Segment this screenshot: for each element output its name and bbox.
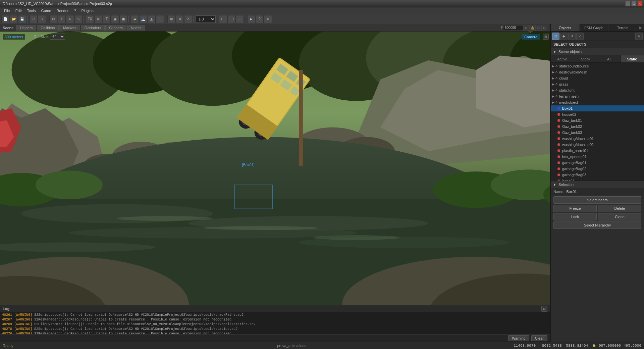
tb-rotate[interactable]: ↻: [66, 15, 74, 23]
scene-objects-collapse-arrow[interactable]: ▼: [553, 50, 556, 54]
tb-s[interactable]: ◉: [111, 15, 119, 23]
zoom-dropdown[interactable]: 1.0 0.5 2.0: [196, 15, 216, 23]
delete-button[interactable]: Delete: [598, 205, 641, 212]
tree-cat-staticsound[interactable]: ▶ ⚠ staticsoundsource: [551, 63, 644, 69]
ot-tab-active[interactable]: Active: [551, 55, 574, 62]
viewport[interactable]: 500 meters GridSize: 64 32 128 [Box01] C…: [0, 32, 550, 305]
tree-item-gaztank01[interactable]: Gaz_tank01: [551, 117, 644, 123]
tb-cam[interactable]: 🎥: [236, 15, 244, 23]
close-button[interactable]: ✕: [637, 1, 643, 6]
main-layout: Scene Helpers Colliders Markers Occluder…: [0, 24, 644, 342]
tree-item-gaztank02[interactable]: Gaz_tank02: [551, 123, 644, 130]
maximize-button[interactable]: □: [631, 1, 637, 6]
tb-new[interactable]: 📄: [1, 15, 9, 23]
ot-tab-static[interactable]: Static: [621, 55, 644, 62]
menu-render[interactable]: Render: [54, 8, 71, 13]
vp-icon3[interactable]: ⬡: [535, 25, 541, 31]
vp-icon2[interactable]: 🔒: [529, 25, 535, 31]
select-hierarchy-button[interactable]: Select Hierarchy: [553, 221, 641, 229]
tb-fx[interactable]: FX: [86, 15, 94, 23]
log-content[interactable]: 40261 [WARNING] S2Script::Load(): Cannot…: [0, 312, 550, 334]
menu-plugins[interactable]: Plugins: [79, 8, 96, 13]
tb-move[interactable]: ✛: [58, 15, 66, 23]
tree-item-house02[interactable]: house02: [551, 111, 644, 117]
minimize-button[interactable]: ─: [625, 1, 631, 6]
tree-item-washing01[interactable]: washingMachine01: [551, 136, 644, 142]
tb-scale[interactable]: ⤡: [74, 15, 83, 23]
tree-cat-grass[interactable]: ▶ ⚠ grass: [551, 81, 644, 87]
tab-markers[interactable]: Markers: [59, 25, 80, 31]
tree-item-box01[interactable]: Box01: [551, 105, 644, 111]
ot-tab-ai[interactable]: AI: [597, 55, 621, 62]
tb-play[interactable]: ▶: [247, 15, 255, 23]
rt-expand-btn[interactable]: »: [635, 33, 643, 40]
tb-terrain1[interactable]: ⛰: [131, 15, 139, 23]
tb-help[interactable]: ?: [256, 15, 264, 23]
tab-clippers[interactable]: Clippers: [105, 25, 126, 31]
freeze-button[interactable]: Freeze: [553, 205, 597, 212]
tree-cat-grass-label: grass: [559, 82, 568, 86]
tb-t[interactable]: T: [103, 15, 111, 23]
tb-export[interactable]: ↗: [184, 15, 192, 23]
tree-cat-meshobject[interactable]: ▶ ⚠ meshobject: [551, 99, 644, 105]
tree-item-plastic-barrel[interactable]: plastic_barrel01: [551, 148, 644, 154]
tab-terrain[interactable]: Terrain: [608, 24, 637, 31]
tb-b[interactable]: ◼: [119, 15, 127, 23]
tab-fsm-graph[interactable]: FSM Graph: [580, 24, 608, 31]
frame-input[interactable]: [503, 25, 523, 30]
tab-helpers[interactable]: Helpers: [16, 25, 36, 31]
tb-save[interactable]: 💾: [18, 15, 26, 23]
menu-game[interactable]: Game: [38, 8, 54, 13]
ot-tab-stock[interactable]: Stock: [574, 55, 598, 62]
tb-redo2[interactable]: ⟶: [227, 15, 235, 23]
tb-terrain3[interactable]: ◭: [148, 15, 156, 23]
tree-item-garbagebag03[interactable]: garbageBag03: [551, 172, 644, 178]
tb-undo[interactable]: ↩: [30, 15, 38, 23]
vp-icon1[interactable]: ⊞: [523, 25, 529, 31]
tab-colliders[interactable]: Colliders: [37, 25, 59, 31]
menu-edit[interactable]: Edit: [13, 8, 24, 13]
rt-arrow-btn[interactable]: ↙: [576, 33, 584, 40]
vp-expand[interactable]: ⊡: [541, 25, 547, 31]
tb-more[interactable]: »: [264, 15, 272, 23]
tb-select[interactable]: ⊡: [49, 15, 57, 23]
tree-item-washing02[interactable]: washingMachine02: [551, 142, 644, 148]
tree-item-garbagebag02[interactable]: garbageBag02: [551, 166, 644, 172]
rt-refresh-btn[interactable]: ↺: [568, 33, 576, 40]
tb-redo[interactable]: ↪: [38, 15, 46, 23]
rt-pick-btn[interactable]: ◆: [560, 33, 568, 40]
menu-file[interactable]: File: [1, 8, 13, 13]
tree-cat-destroyable[interactable]: ▶ ⚠ destroyableMesh: [551, 69, 644, 75]
tree-cat-cloud[interactable]: ▶ ⚠ cloud: [551, 75, 644, 81]
tb-grid[interactable]: ⊞: [167, 15, 175, 23]
tree-dot-gaztank01: [557, 119, 560, 122]
tb-open[interactable]: 📂: [10, 15, 18, 23]
tb-terrain2[interactable]: 🗻: [139, 15, 147, 23]
warning-button[interactable]: Warning: [508, 335, 529, 341]
tree-item-gaztank03[interactable]: Gaz_tank03: [551, 130, 644, 136]
tb-undo2[interactable]: ⟵: [219, 15, 227, 23]
tree-cat-staticlight[interactable]: ▶ ⚠ staticlight: [551, 87, 644, 93]
tree-item-garbagebag01[interactable]: garbageBag01: [551, 160, 644, 166]
rt-select-btn[interactable]: ⊡: [552, 33, 559, 40]
select-nears-button[interactable]: Select nears: [553, 196, 641, 204]
object-tree-container[interactable]: ▶ ⚠ staticsoundsource ▶ ⚠ destroyableMes…: [551, 63, 644, 181]
log-expand-icon[interactable]: ⊡: [541, 306, 547, 312]
clear-button[interactable]: Clear: [531, 335, 547, 341]
tree-cat-terrainmesh[interactable]: ▶ ⚠ terrainmesh: [551, 93, 644, 99]
right-tabs-expand[interactable]: ▶: [637, 24, 644, 31]
tb-terrain4[interactable]: ⬡: [156, 15, 164, 23]
clone-button[interactable]: Clone: [598, 213, 641, 220]
tab-nodes[interactable]: Nodes: [127, 25, 145, 31]
vp-fullscreen-icon[interactable]: ⊡: [543, 34, 549, 40]
menu-tools[interactable]: Tools: [24, 8, 39, 13]
menu-help[interactable]: ?: [71, 8, 78, 13]
selection-collapse-arrow[interactable]: ▼: [553, 183, 556, 187]
tab-objects[interactable]: Objects: [551, 24, 580, 31]
tree-item-box-opened[interactable]: box_opened01: [551, 154, 644, 160]
tb-settings[interactable]: ⚙: [176, 15, 184, 23]
tab-occluders[interactable]: Occluders: [81, 25, 105, 31]
tb-fx2[interactable]: ⊛: [94, 15, 102, 23]
lock-button[interactable]: Lock: [553, 213, 597, 220]
tree-item-bone01[interactable]: bone01: [551, 178, 644, 181]
